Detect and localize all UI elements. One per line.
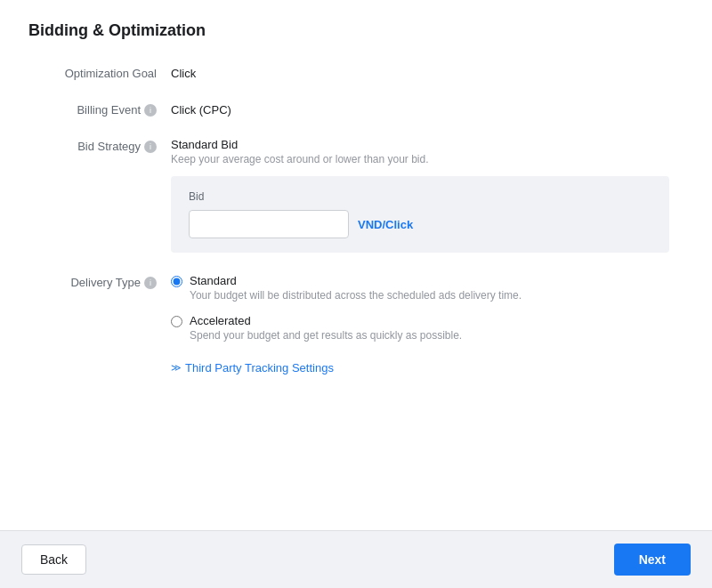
optimization-goal-value: Click <box>171 65 684 80</box>
chevron-down-icon: ≫ <box>171 362 182 374</box>
bid-strategy-value: Standard Bid Keep your average cost arou… <box>171 138 684 253</box>
standard-option: Standard Your budget will be distributed… <box>171 274 684 302</box>
accelerated-label[interactable]: Accelerated <box>190 314 251 327</box>
delivery-type-info-icon[interactable]: i <box>144 277 157 289</box>
bid-input-row: VND/Click <box>189 210 651 238</box>
bid-strategy-info-icon[interactable]: i <box>144 141 157 153</box>
tracking-link[interactable]: ≫ Third Party Tracking Settings <box>171 361 334 375</box>
delivery-type-row: Delivery Type i Standard Your budget wil… <box>28 274 684 375</box>
form-section: Optimization Goal Click Billing Event i … <box>28 65 684 396</box>
accelerated-subtitle: Spend your budget and get results as qui… <box>190 329 462 342</box>
main-content: Bidding & Optimization Optimization Goal… <box>0 0 712 530</box>
page-title: Bidding & Optimization <box>28 21 684 40</box>
bid-strategy-label: Bid Strategy i <box>28 138 171 153</box>
accelerated-option: Accelerated Spend your budget and get re… <box>171 314 684 342</box>
back-button[interactable]: Back <box>21 544 86 575</box>
bid-input[interactable] <box>189 210 349 238</box>
standard-radio[interactable] <box>171 276 182 287</box>
billing-event-info-icon[interactable]: i <box>144 104 157 117</box>
bid-strategy-row: Bid Strategy i Standard Bid Keep your av… <box>28 138 684 253</box>
optimization-goal-row: Optimization Goal Click <box>28 65 684 80</box>
standard-subtitle: Your budget will be distributed across t… <box>190 289 522 302</box>
billing-event-label: Billing Event i <box>28 101 171 117</box>
optimization-goal-label: Optimization Goal <box>28 65 171 80</box>
bid-box: Bid VND/Click <box>171 176 669 253</box>
billing-event-row: Billing Event i Click (CPC) <box>28 101 684 117</box>
accelerated-radio[interactable] <box>171 316 182 327</box>
delivery-type-value: Standard Your budget will be distributed… <box>171 274 684 375</box>
next-button[interactable]: Next <box>614 544 691 576</box>
billing-event-value: Click (CPC) <box>171 101 684 117</box>
delivery-type-label: Delivery Type i <box>28 274 171 289</box>
standard-label[interactable]: Standard <box>190 274 237 287</box>
bid-unit: VND/Click <box>358 218 413 231</box>
footer: Back Next <box>0 530 712 588</box>
